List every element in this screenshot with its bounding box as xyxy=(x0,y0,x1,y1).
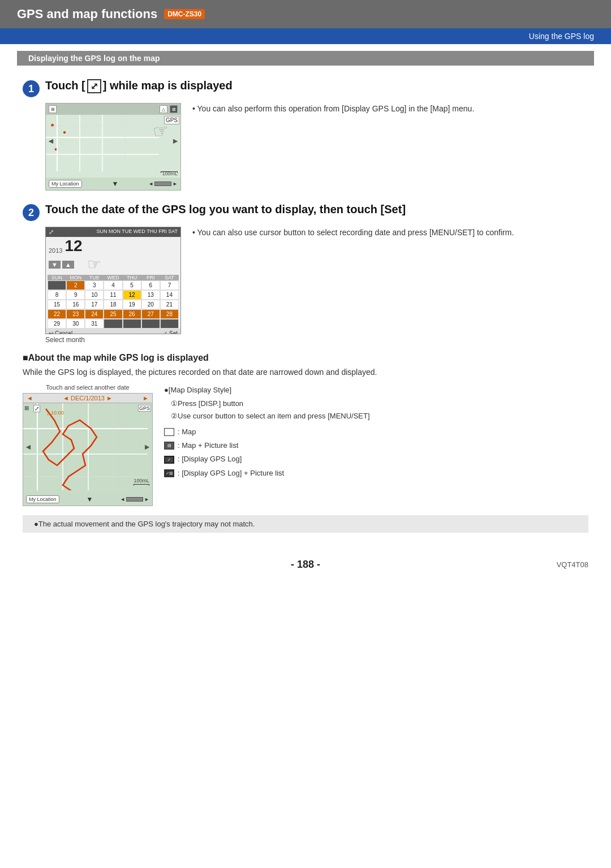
svg-text:△10:00: △10:00 xyxy=(47,410,64,416)
bottom-note-text: ●The actual movement and the GPS log's t… xyxy=(34,520,255,528)
col-mon: MON xyxy=(66,275,85,280)
cal-cell: 14 xyxy=(160,290,179,300)
about-map-col: Touch and select another date ◄ ◄ DEC/1/… xyxy=(23,384,153,506)
gps-date-text: ◄ DEC/1/2013 ► xyxy=(63,395,113,401)
cal-cell xyxy=(48,280,66,290)
gps-slider[interactable] xyxy=(126,497,143,502)
cal-week2: 8 9 10 11 12 13 14 xyxy=(48,290,179,300)
info-bar: Using the GPS log xyxy=(0,28,611,44)
icon-gpspic-label: : [Display GPS Log] + Picture list xyxy=(178,467,284,480)
cal-cell: 5 xyxy=(123,280,141,290)
step1-content: ⊞ △ ⊠ ● ● ● xyxy=(45,103,588,191)
cal-week4: 22 23 24 25 26 27 28 xyxy=(48,309,179,319)
cal-cell: 18 xyxy=(104,300,122,309)
step1-icon: ⤢ xyxy=(87,79,101,93)
cal-year-month: 2013 12 xyxy=(46,237,180,254)
cal-cell-selected[interactable]: 12 xyxy=(123,290,141,300)
gps-location-btn[interactable]: My Location xyxy=(26,495,59,503)
page-title: GPS and map functions xyxy=(17,7,157,21)
map-item-gps: ⤢ : [Display GPS Log] xyxy=(164,453,370,465)
info-bar-label: Using the GPS log xyxy=(529,32,594,41)
map1-icons-right: △ ⊠ xyxy=(160,105,178,113)
step1-title-area: Touch [⤢] while map is displayed xyxy=(45,79,233,93)
cal-cell xyxy=(160,319,179,329)
cal-cell: 4 xyxy=(104,280,122,290)
cal-cell: 17 xyxy=(85,300,104,309)
cal-nav-row: ▼ ▲ ☞ xyxy=(46,254,180,275)
step2-number: 2 xyxy=(23,204,40,221)
gps-map-icon2: ⤢ xyxy=(33,405,40,412)
cal-cell: 30 xyxy=(66,319,85,329)
col-wed: WED xyxy=(104,275,122,280)
footer-code: VQT4T08 xyxy=(557,560,588,569)
cal-back-btn[interactable]: ↩ Cancel xyxy=(49,330,72,334)
cal-cell: 6 xyxy=(141,280,160,290)
step1-title-suffix: ] while map is displayed xyxy=(103,79,233,92)
map1-icon1: ⊞ xyxy=(49,105,57,113)
cal-cell: 31 xyxy=(85,319,104,329)
icon-map-pic: ▤ xyxy=(164,442,174,450)
cal-set-label: Set xyxy=(169,330,178,334)
col-sat: SAT xyxy=(160,275,179,280)
map1-icon2: △ xyxy=(160,105,167,113)
map1-icon3: ⊠ xyxy=(170,105,178,113)
cal-cell: 25 xyxy=(104,309,122,319)
about-text-col: ●[Map Display Style] ①Press [DISP.] butt… xyxy=(164,384,370,481)
map1-location-btn[interactable]: My Location xyxy=(49,180,82,188)
gps-date-next[interactable]: ► xyxy=(143,395,149,401)
gps-date-prev[interactable]: ◄ xyxy=(27,395,33,401)
touch-label: Touch and select another date xyxy=(23,384,153,391)
step2-title: Touch the date of the GPS log you want t… xyxy=(45,203,406,215)
use-cursor: ②Use cursor button to select an item and… xyxy=(171,410,370,422)
cal-cell: 22 xyxy=(48,309,66,319)
cal-days-label: SUN MON TUE WED THU FRI SAT xyxy=(96,228,178,236)
cal-set-icon: ✓ xyxy=(163,330,167,334)
step1-title-prefix: Touch [ xyxy=(45,79,85,92)
step2-block: 2 Touch the date of the GPS log you want… xyxy=(23,203,588,221)
map1-right-arrow: ► xyxy=(171,136,179,145)
cal-grid-header: SUN MON TUE WED THU FRI SAT xyxy=(48,275,179,280)
cal-cell: 16 xyxy=(66,300,85,309)
map-item-gpspic: ⤢▤ : [Display GPS Log] + Picture list xyxy=(164,467,370,480)
step2-calendar: ⤢ SUN MON TUE WED THU FRI SAT 2013 12 ▼ … xyxy=(45,227,181,334)
cal-set-btn[interactable]: ✓ Set xyxy=(163,330,178,334)
gps-right-arrow: ► xyxy=(143,442,151,451)
page-footer: - 188 - VQT4T08 xyxy=(0,550,611,580)
page-number: - 188 - xyxy=(291,559,320,571)
icon-gps-label: : [Display GPS Log] xyxy=(178,453,242,465)
map1-slider[interactable] xyxy=(154,182,171,186)
cal-cell: 7 xyxy=(160,280,179,290)
cal-week5: 29 30 31 xyxy=(48,319,179,329)
cal-cell: 8 xyxy=(48,290,66,300)
cal-week3: 15 16 17 18 19 20 21 xyxy=(48,300,179,309)
cal-year: 2013 xyxy=(49,247,62,254)
cal-icon: ⤢ xyxy=(49,228,54,236)
cal-cell: 23 xyxy=(66,309,85,319)
step1-number: 1 xyxy=(23,80,40,97)
cal-prev-btn[interactable]: ▼ xyxy=(49,261,61,269)
icon-gpspic-container: ⤢▤ xyxy=(164,469,174,477)
icon-gpspic1: ⤢▤ xyxy=(164,469,174,477)
step1-note: • You can also perform this operation fr… xyxy=(192,103,474,117)
cal-day: 12 xyxy=(64,238,82,254)
gps-left-arrow: ◄ xyxy=(24,442,32,451)
map-display-list: : Map ▤ : Map + Picture list ⤢ : [Displa… xyxy=(164,426,370,479)
map-item-pic: ▤ : Map + Picture list xyxy=(164,439,370,452)
icon-gps: ⤢ xyxy=(164,456,174,464)
cal-cell: 21 xyxy=(160,300,179,309)
gps-map-icon1: ⊞ xyxy=(24,405,29,411)
about-content: Touch and select another date ◄ ◄ DEC/1/… xyxy=(23,384,588,506)
cal-cell: 3 xyxy=(85,280,104,290)
section-heading-container: Displaying the GPS log on the map xyxy=(0,51,611,66)
cal-cell: 13 xyxy=(141,290,160,300)
step2-calendar-container: ⤢ SUN MON TUE WED THU FRI SAT 2013 12 ▼ … xyxy=(45,227,181,334)
cal-cell: 11 xyxy=(104,290,122,300)
cal-cell xyxy=(104,319,122,329)
step2-title-area: Touch the date of the GPS log you want t… xyxy=(45,203,406,216)
main-content: 1 Touch [⤢] while map is displayed ⊞ △ ⊠… xyxy=(0,66,611,550)
gps-path-svg: △10:00 20:00 xyxy=(23,403,152,490)
cal-next-btn[interactable]: ▲ xyxy=(62,261,74,269)
cal-header: ⤢ SUN MON TUE WED THU FRI SAT xyxy=(46,227,180,237)
icon-map xyxy=(164,428,174,436)
map1-topbar: ⊞ △ ⊠ xyxy=(46,103,180,115)
